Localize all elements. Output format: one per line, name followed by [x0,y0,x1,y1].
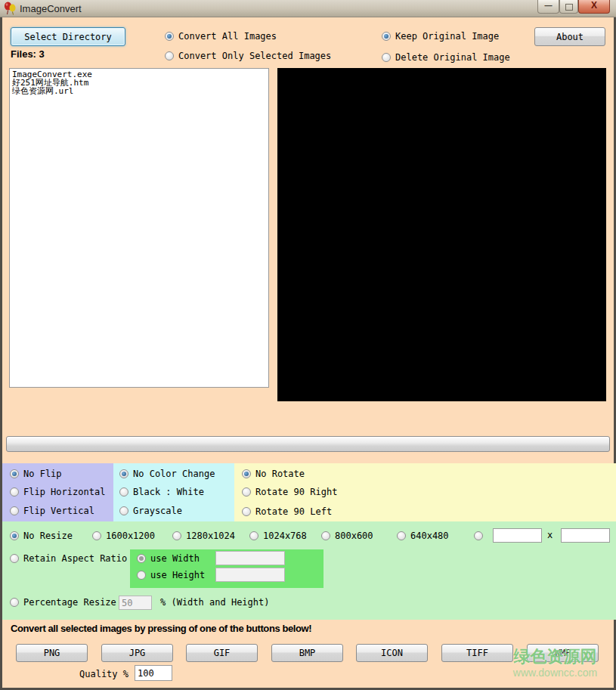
percentage-resize-input[interactable] [119,596,152,610]
watermark-url: www.downcc.com [508,667,602,679]
file-list-item[interactable]: 绿色资源网.url [12,87,266,95]
resize-640x480-label: 640x480 [410,531,449,541]
progress-bar [6,436,610,452]
resize-640x480-radio[interactable] [397,531,406,540]
grayscale-radio[interactable] [119,506,128,515]
no-resize-radio[interactable] [10,531,19,540]
resize-custom-radio[interactable] [474,531,483,540]
no-color-change-label: No Color Change [133,469,215,479]
use-height-radio[interactable] [137,571,146,580]
use-width-label: use Width [150,554,200,564]
resize-1024x768-label: 1024x768 [263,531,307,541]
use-width-radio[interactable] [137,554,146,563]
percentage-resize-label: Percentage Resize [23,598,116,608]
percentage-resize-suffix: % (Width and Height) [160,598,270,608]
convert-wmf-button[interactable]: WMF [527,644,599,662]
convert-jpg-button[interactable]: JPG [101,644,173,662]
custom-width-input[interactable] [493,528,542,543]
quality-input[interactable] [135,665,172,681]
convert-gif-button[interactable]: GIF [186,644,258,662]
convert-only-selected-label: Convert Only Selected Images [178,51,331,61]
title-bar: ImageConvert — X [0,0,616,17]
no-flip-radio[interactable] [10,469,19,478]
delete-original-radio[interactable] [382,53,391,62]
rotate-90-right-label: Rotate 90 Right [255,487,337,497]
select-directory-button[interactable]: Select Directory [11,27,125,46]
no-resize-label: No Resize [23,531,73,541]
window-title: ImageConvert [20,3,82,14]
retain-aspect-ratio-radio[interactable] [10,554,19,563]
black-white-label: Black : White [133,487,204,497]
rotate-90-left-label: Rotate 90 Left [255,507,332,517]
keep-original-label: Keep Original Image [395,32,499,42]
flip-vertical-radio[interactable] [10,506,19,515]
grayscale-label: Grayscale [133,506,182,516]
rotate-90-left-radio[interactable] [242,507,251,516]
convert-png-button[interactable]: PNG [16,644,88,662]
delete-original-label: Delete Original Image [395,53,510,63]
resize-1280x1024-label: 1280x1024 [186,531,235,541]
no-flip-label: No Flip [23,469,62,479]
app-balloons-icon [4,2,17,17]
imageconvert-window: ImageConvert — X Select Directory About … [0,0,616,690]
use-width-input[interactable] [215,551,285,565]
no-rotate-label: No Rotate [255,469,305,479]
resize-1600x1200-label: 1600x1200 [106,531,155,541]
convert-tiff-button[interactable]: TIFF [441,644,513,662]
percentage-resize-radio[interactable] [10,598,19,607]
resize-1600x1200-radio[interactable] [92,531,101,540]
convert-bmp-button[interactable]: BMP [271,644,343,662]
quality-label: Quality % [79,669,128,679]
resize-1024x768-radio[interactable] [249,531,258,540]
maximize-button[interactable] [559,0,578,14]
custom-height-input[interactable] [561,528,610,543]
no-rotate-radio[interactable] [242,469,251,478]
resize-1280x1024-radio[interactable] [172,531,181,540]
close-button[interactable]: X [578,0,610,14]
convert-instruction: Convert all selected images by pressing … [11,623,311,634]
convert-all-images-radio[interactable] [165,32,174,41]
use-height-input[interactable] [215,568,285,582]
convert-only-selected-radio[interactable] [165,51,174,60]
file-list[interactable]: ImageConvert.exe 好251网址导航.htm 绿色资源网.url [9,68,269,388]
flip-horizontal-radio[interactable] [10,487,19,497]
about-button[interactable]: About [534,27,605,46]
convert-icon-button[interactable]: ICON [356,644,428,662]
black-white-radio[interactable] [119,487,128,497]
maximize-icon [565,4,573,11]
flip-vertical-label: Flip Vertical [23,506,94,516]
convert-all-images-label: Convert All Images [178,32,277,42]
files-count-label: Files: 3 [11,48,45,60]
custom-size-x-separator: x [547,531,553,540]
keep-original-radio[interactable] [382,32,391,41]
resize-800x600-radio[interactable] [321,531,330,540]
image-preview-area [277,68,606,401]
no-color-change-radio[interactable] [119,469,128,478]
minimize-button[interactable]: — [537,0,559,14]
flip-horizontal-label: Flip Horizontal [23,487,105,497]
resize-800x600-label: 800x600 [335,531,373,541]
retain-aspect-ratio-label: Retain Aspect Ratio [23,554,127,564]
use-height-label: use Height [150,571,205,580]
rotate-90-right-radio[interactable] [242,487,251,497]
